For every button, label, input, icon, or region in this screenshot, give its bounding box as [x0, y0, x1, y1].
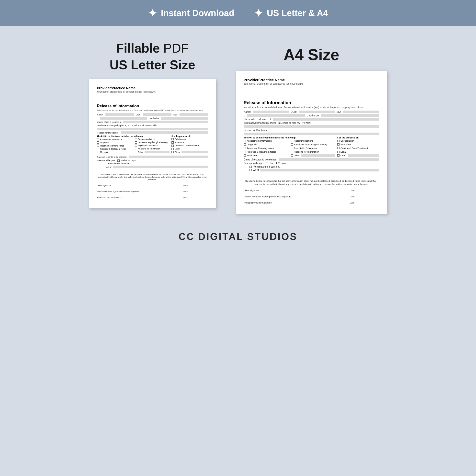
phi-col1-left: Assessment Information Diagnosis Treatme… — [97, 138, 170, 153]
a4-doc: Provider/Practice Name Your name, creden… — [236, 71, 387, 214]
office-row-right: whose office is located at — [244, 118, 379, 120]
left-title: Fillable PDF — [116, 41, 189, 55]
name-row-left: Name: DOB: SS# — [97, 113, 208, 116]
provider-sub-left: Your name, credentials, or contact info … — [97, 90, 208, 93]
release-row-right: to release/exchange by phone, fax, email… — [244, 121, 379, 124]
reason-row-left: Reason for Disclosure: — [97, 131, 208, 134]
reason-row-right: Reason for Disclosure: — [244, 129, 379, 132]
main-content: Fillable PDF US Letter Size Provider/Pra… — [0, 26, 476, 224]
signature-text-right: By signing below, I acknowledge that the… — [244, 180, 379, 186]
name-row-right: Name: DOB: SS# — [244, 111, 379, 113]
star-icon-1: ✦ — [148, 7, 157, 19]
authorize-row-left: I, , authorize — [97, 117, 208, 119]
sig-section-right: Client Signature Date Parent/Guardian/Le… — [244, 188, 379, 204]
us-letter-doc: Provider/Practice Name Your name, creden… — [89, 79, 216, 208]
release-sub-right: Authorization for the use and disclosure… — [244, 106, 379, 109]
release-title-left: Release of Information — [97, 104, 208, 108]
office-row-left: whose office is located at — [97, 120, 208, 123]
footer: CC DIGITAL STUDIOS — [0, 231, 476, 242]
left-section: Fillable PDF US Letter Size Provider/Pra… — [89, 41, 216, 208]
phi-section-right: The PHI to be disclosed includes the fol… — [244, 136, 379, 157]
star-icon-2: ✦ — [254, 7, 263, 19]
top-banner: ✦ Instant Download ✦ US Letter & A4 — [0, 0, 476, 26]
banner-item-download: ✦ Instant Download — [148, 7, 234, 19]
banner-item-size: ✦ US Letter & A4 — [254, 7, 328, 19]
sig-section-left: Client Signature Date Parent/Guardian/Le… — [97, 184, 208, 198]
provider-name-left: Provider/Practice Name — [97, 86, 208, 90]
authorize-row-right: I, , authorize — [244, 114, 379, 117]
dates-section-right: Dates of records to be release: Release … — [244, 158, 379, 171]
release-title-right: Release of Information — [244, 100, 379, 105]
provider-sub-right: Your name, credentials, or contact info … — [244, 83, 379, 85]
release-field-left — [97, 128, 208, 130]
dates-section-left: Dates of records to be release: Release … — [97, 155, 208, 168]
release-field-right — [244, 125, 379, 128]
left-subtitle: US Letter Size — [110, 57, 195, 72]
release-sub-left: Authorization for the use and disclosure… — [97, 109, 208, 111]
right-section: A4 Size Provider/Practice Name Your name… — [236, 41, 387, 214]
signature-text-left: By signing below, I acknowledge that the… — [97, 173, 208, 181]
release-row-left: to release/exchange by phone, fax, email… — [97, 124, 208, 127]
phi-section-left: The PHI to be disclosed includes the fol… — [97, 135, 208, 154]
right-title: A4 Size — [284, 46, 339, 64]
provider-name-right: Provider/Practice Name — [244, 78, 379, 82]
